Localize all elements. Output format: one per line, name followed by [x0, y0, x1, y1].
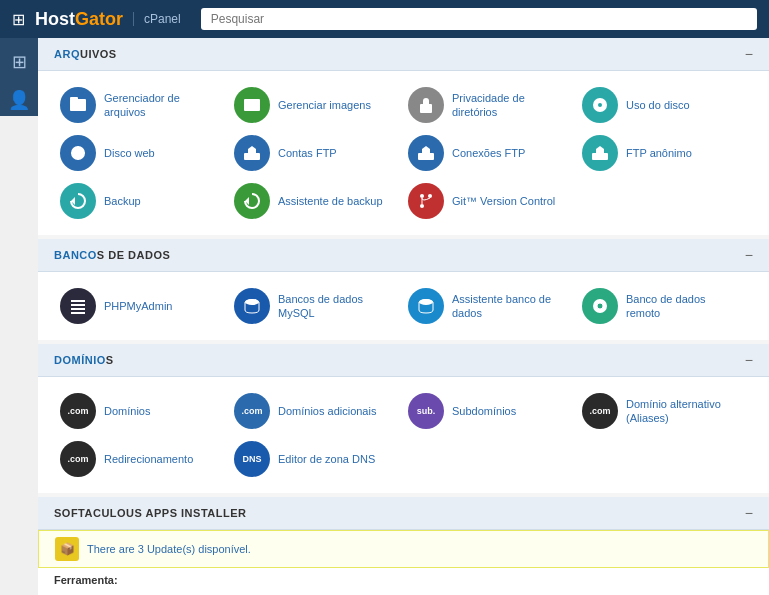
arquivos-section: ARQUIVOS − Gerenciador de arquivos Geren…	[38, 38, 769, 235]
softaculous-title: SOFTACULOUS APPS INSTALLER	[54, 507, 246, 519]
bancos-header: BANCOS DE DADOS −	[38, 239, 769, 272]
arquivos-body: Gerenciador de arquivos Gerenciar imagen…	[38, 71, 769, 235]
assistente-db-icon	[408, 288, 444, 324]
conexoesftp-label: Conexões FTP	[452, 146, 525, 160]
contasftp-label: Contas FTP	[278, 146, 337, 160]
svg-rect-0	[70, 99, 86, 111]
list-item[interactable]: Banco de dados remoto	[576, 284, 746, 328]
list-item[interactable]: sub. Subdomínios	[402, 389, 572, 433]
svg-point-14	[428, 194, 432, 198]
disco-label: Uso do disco	[626, 98, 690, 112]
backup-label: Backup	[104, 194, 141, 208]
dominio-alt-icon: .com	[582, 393, 618, 429]
privacidade-icon	[408, 87, 444, 123]
privacidade-label: Privacidade de diretórios	[452, 91, 566, 120]
list-item[interactable]: FTP anônimo	[576, 131, 746, 175]
list-item[interactable]: Disco web	[54, 131, 224, 175]
gerenciador-icon	[60, 87, 96, 123]
disco-icon	[582, 87, 618, 123]
list-item[interactable]: DNS Editor de zona DNS	[228, 437, 398, 481]
svg-rect-10	[592, 153, 608, 160]
dominios-icon: .com	[60, 393, 96, 429]
remoto-db-label: Banco de dados remoto	[626, 292, 740, 321]
svg-rect-1	[70, 97, 78, 100]
redirect-label: Redirecionamento	[104, 452, 193, 466]
bancos-collapse[interactable]: −	[745, 247, 753, 263]
bancos-section: BANCOS DE DADOS − PHPMyAdmin Bancos de d…	[38, 239, 769, 340]
svg-rect-4	[420, 104, 432, 113]
search-input[interactable]	[201, 8, 757, 30]
list-item[interactable]: Uso do disco	[576, 83, 746, 127]
bancos-title: BANCOS DE DADOS	[54, 249, 170, 261]
dominio-alt-label: Domínio alternativo (Aliases)	[626, 397, 740, 426]
list-item[interactable]: Assistente banco de dados	[402, 284, 572, 328]
ftpanon-icon	[582, 135, 618, 171]
apps-carousel: ‹ W WordPress J! Joomla	[38, 590, 769, 595]
list-item[interactable]: .com Redirecionamento	[54, 437, 224, 481]
header: ⊞ HostGator cPanel	[0, 0, 769, 38]
svg-rect-18	[71, 308, 85, 310]
cpanel-label: cPanel	[133, 12, 181, 26]
mysql-label: Bancos de dados MySQL	[278, 292, 392, 321]
list-item[interactable]: Backup	[54, 179, 224, 223]
list-item[interactable]: Contas FTP	[228, 131, 398, 175]
dns-label: Editor de zona DNS	[278, 452, 375, 466]
ftpanon-label: FTP anônimo	[626, 146, 692, 160]
assistente-db-label: Assistente banco de dados	[452, 292, 566, 321]
list-item[interactable]: .com Domínio alternativo (Aliases)	[576, 389, 746, 433]
list-item[interactable]: Assistente de backup	[228, 179, 398, 223]
list-item[interactable]: Bancos de dados MySQL	[228, 284, 398, 328]
dominios-collapse[interactable]: −	[745, 352, 753, 368]
backup-icon	[60, 183, 96, 219]
list-item[interactable]: Git™ Version Control	[402, 179, 572, 223]
dominios-section: DOMÍNIOS − .com Domínios .com Domínios a…	[38, 344, 769, 493]
svg-rect-2	[244, 99, 260, 111]
softaculous-collapse[interactable]: −	[745, 505, 753, 521]
svg-rect-16	[71, 300, 85, 302]
contasftp-icon	[234, 135, 270, 171]
svg-point-25	[597, 303, 603, 309]
assistente-backup-label: Assistente de backup	[278, 194, 383, 208]
list-item[interactable]: Privacidade de diretórios	[402, 83, 572, 127]
sidebar-user-icon[interactable]: 👤	[3, 84, 35, 116]
list-item[interactable]: Conexões FTP	[402, 131, 572, 175]
dominios-adicionais-icon: .com	[234, 393, 270, 429]
arquivos-title: ARQUIVOS	[54, 48, 117, 60]
dns-icon: DNS	[234, 441, 270, 477]
arquivos-header: ARQUIVOS −	[38, 38, 769, 71]
dominios-body: .com Domínios .com Domínios adicionais s…	[38, 377, 769, 493]
git-label: Git™ Version Control	[452, 194, 555, 208]
main-content: ARQUIVOS − Gerenciador de arquivos Geren…	[38, 38, 769, 595]
svg-point-13	[420, 194, 424, 198]
svg-rect-19	[71, 312, 85, 314]
svg-point-15	[420, 204, 424, 208]
logo: HostGator	[35, 9, 123, 30]
phpmyadmin-label: PHPMyAdmin	[104, 299, 172, 313]
list-item[interactable]: .com Domínios adicionais	[228, 389, 398, 433]
list-item[interactable]: Gerenciador de arquivos	[54, 83, 224, 127]
list-item[interactable]: PHPMyAdmin	[54, 284, 224, 328]
dominios-title: DOMÍNIOS	[54, 354, 114, 366]
svg-point-6	[598, 103, 602, 107]
conexoesftp-icon	[408, 135, 444, 171]
remoto-db-icon	[582, 288, 618, 324]
dominios-adicionais-label: Domínios adicionais	[278, 404, 376, 418]
ferramenta-label: Ferramenta:	[38, 568, 769, 590]
arquivos-collapse[interactable]: −	[745, 46, 753, 62]
update-banner: 📦 There are 3 Update(s) disponível.	[38, 530, 769, 568]
update-link[interactable]: There are 3 Update(s) disponível.	[87, 543, 251, 555]
dominios-header: DOMÍNIOS −	[38, 344, 769, 377]
assistente-backup-icon	[234, 183, 270, 219]
update-icon: 📦	[55, 537, 79, 561]
subdominios-label: Subdomínios	[452, 404, 516, 418]
list-item[interactable]: Gerenciar imagens	[228, 83, 398, 127]
gerenciador-label: Gerenciador de arquivos	[104, 91, 218, 120]
list-item[interactable]: .com Domínios	[54, 389, 224, 433]
svg-rect-9	[418, 153, 434, 160]
dominios-label: Domínios	[104, 404, 150, 418]
svg-point-23	[419, 299, 433, 305]
sidebar-grid-icon[interactable]: ⊞	[3, 46, 35, 78]
grid-icon[interactable]: ⊞	[12, 10, 25, 29]
phpmyadmin-icon	[60, 288, 96, 324]
imagens-icon	[234, 87, 270, 123]
